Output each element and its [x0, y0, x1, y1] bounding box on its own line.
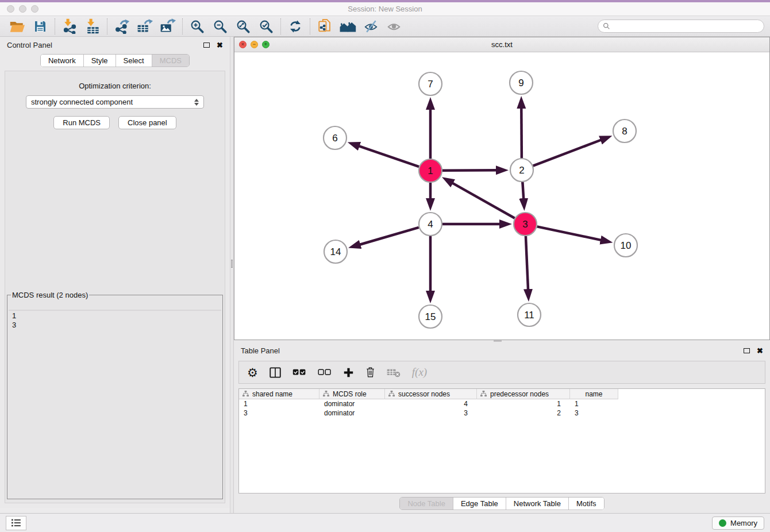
close-panel-button[interactable]: Close panel	[118, 116, 176, 129]
open-session-button[interactable]	[6, 17, 29, 36]
cell-mcds-role[interactable]: dominator	[319, 400, 385, 408]
create-column-button[interactable]	[343, 367, 354, 378]
tab-motifs[interactable]: Motifs	[569, 498, 604, 510]
network-graph[interactable]: 7968124314101511	[234, 52, 766, 340]
select-all-columns-button[interactable]	[292, 369, 306, 376]
horizontal-splitter[interactable]	[234, 340, 770, 342]
zoom-in-button[interactable]	[186, 17, 209, 36]
zoom-selected-button[interactable]	[255, 17, 278, 36]
graph-edge[interactable]	[522, 182, 523, 199]
tab-network[interactable]: Network	[41, 55, 84, 67]
search-field[interactable]	[598, 20, 764, 33]
window-controls[interactable]	[7, 5, 38, 13]
import-network-button[interactable]	[58, 17, 81, 36]
run-mcds-button[interactable]: Run MCDS	[53, 116, 110, 129]
splitter-grip[interactable]	[494, 340, 502, 342]
delete-table-button[interactable]	[387, 368, 401, 377]
toggle-column-display-button[interactable]	[270, 367, 281, 378]
table-settings-button[interactable]: ⚙	[247, 367, 258, 379]
cell-mcds-role[interactable]: dominator	[319, 409, 385, 417]
refresh-button[interactable]	[284, 17, 307, 36]
maximize-window-button[interactable]	[31, 5, 38, 13]
cell-predecessor-nodes[interactable]: 1	[477, 400, 570, 408]
tab-edge-table[interactable]: Edge Table	[453, 498, 506, 510]
zoom-fit-button[interactable]	[232, 17, 255, 36]
column-header-shared-name[interactable]: shared name	[239, 389, 319, 399]
import-table-button[interactable]	[81, 17, 104, 36]
graph-node-6[interactable]: 6	[324, 126, 346, 149]
graph-node-7[interactable]: 7	[419, 72, 442, 95]
graph-edge[interactable]	[537, 226, 602, 240]
show-hidden-button[interactable]	[382, 17, 405, 36]
function-builder-button[interactable]: f(x)	[412, 366, 427, 379]
graph-node-14[interactable]: 14	[324, 240, 347, 263]
minimize-network-button[interactable]: −	[251, 41, 258, 48]
float-panel-icon[interactable]	[744, 348, 750, 353]
cell-name[interactable]: 3	[570, 409, 618, 417]
vertical-splitter[interactable]	[230, 37, 234, 513]
graph-edge[interactable]	[359, 228, 419, 245]
maximize-network-button[interactable]: +	[262, 41, 270, 48]
zoom-out-button[interactable]	[209, 17, 232, 36]
graph-node-4[interactable]: 4	[419, 213, 442, 236]
graph-node-8[interactable]: 8	[613, 119, 636, 142]
export-table-button[interactable]	[133, 17, 156, 36]
column-header-name[interactable]: name	[570, 389, 618, 399]
dropdown-stepper-icon	[194, 99, 199, 106]
minimize-window-button[interactable]	[19, 5, 26, 13]
close-panel-icon[interactable]: ✖	[757, 347, 763, 354]
close-window-button[interactable]	[7, 5, 14, 13]
tab-node-table[interactable]: Node Table	[400, 498, 453, 510]
tab-style[interactable]: Style	[84, 55, 116, 67]
search-input[interactable]	[613, 22, 759, 30]
tab-network-table[interactable]: Network Table	[506, 498, 569, 510]
cell-successor-nodes[interactable]: 4	[385, 400, 477, 408]
close-panel-icon[interactable]: ✖	[217, 41, 223, 49]
node-table[interactable]: shared name MCDS role successor nodes pr…	[238, 388, 765, 494]
graph-edge[interactable]	[521, 107, 522, 158]
graph-node-2[interactable]: 2	[510, 159, 533, 182]
graph-node-15[interactable]: 15	[419, 305, 442, 328]
export-network-button[interactable]	[110, 17, 133, 36]
column-header-predecessor-nodes[interactable]: predecessor nodes	[477, 389, 570, 399]
close-network-button[interactable]: ×	[239, 41, 247, 48]
table-row[interactable]: 1 dominator 4 1 1	[239, 399, 765, 408]
graph-node-1[interactable]: 1	[419, 159, 442, 182]
memory-button[interactable]: Memory	[712, 516, 764, 530]
tab-mcds[interactable]: MCDS	[152, 55, 189, 67]
graph-node-9[interactable]: 9	[510, 71, 533, 94]
cell-shared-name[interactable]: 3	[239, 409, 319, 417]
graph-node-11[interactable]: 11	[518, 303, 541, 326]
network-window-controls[interactable]: × − +	[239, 41, 270, 48]
network-canvas[interactable]: 7968124314101511	[234, 52, 769, 340]
graph-edge[interactable]	[442, 170, 497, 171]
delete-columns-button[interactable]	[365, 367, 375, 378]
deselect-all-columns-button[interactable]	[318, 369, 332, 376]
graph-edge[interactable]	[533, 140, 602, 165]
show-task-history-button[interactable]	[6, 516, 26, 530]
save-session-button[interactable]	[29, 17, 52, 36]
cell-predecessor-nodes[interactable]: 2	[477, 409, 570, 417]
float-panel-icon[interactable]	[203, 43, 210, 48]
column-header-mcds-role[interactable]: MCDS role	[319, 389, 385, 399]
svg-text:3: 3	[522, 219, 528, 230]
graph-edge[interactable]	[526, 236, 528, 290]
mcds-result-box: MCDS result (2 nodes) 1 3	[7, 291, 223, 499]
graph-edge[interactable]	[359, 146, 419, 167]
cell-shared-name[interactable]: 1	[239, 400, 319, 408]
criterion-dropdown[interactable]: strongly connected component	[26, 95, 204, 109]
graph-node-10[interactable]: 10	[614, 234, 637, 257]
show-all-networks-button[interactable]	[336, 17, 359, 36]
mcds-result-area[interactable]: 1 3	[9, 310, 221, 311]
graph-edge[interactable]	[452, 183, 514, 218]
table-row[interactable]: 3 dominator 3 2 3	[239, 408, 765, 418]
graph-node-3[interactable]: 3	[514, 213, 537, 236]
clone-network-button[interactable]	[313, 17, 336, 36]
splitter-grip[interactable]	[231, 260, 233, 268]
cell-successor-nodes[interactable]: 3	[385, 409, 477, 417]
hide-selected-button[interactable]	[359, 17, 382, 36]
tab-select[interactable]: Select	[116, 55, 152, 67]
export-image-button[interactable]	[156, 17, 179, 36]
cell-name[interactable]: 1	[570, 400, 618, 408]
column-header-successor-nodes[interactable]: successor nodes	[385, 389, 477, 399]
